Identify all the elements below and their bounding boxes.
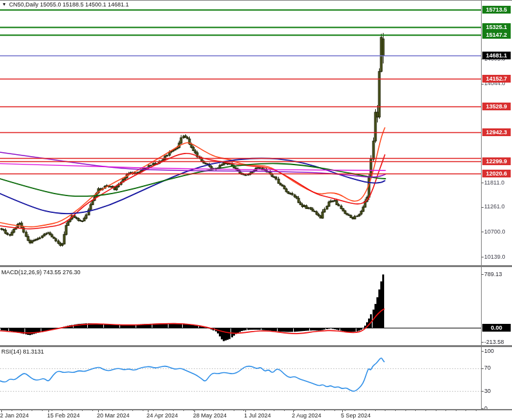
price-badge: 15713.5	[482, 6, 511, 14]
price-axis-border	[481, 0, 482, 410]
symbol-dropdown-icon[interactable]: ▼	[2, 2, 6, 6]
symbol-timeframe-label: CN50,Daily	[9, 1, 39, 8]
date-label: 2 Jan 2024	[0, 412, 29, 419]
date-label: 28 May 2024	[193, 412, 227, 419]
x-axis-line	[0, 409, 512, 410]
ohlc-values: 15055.0 15188.5 14500.1 14681.1	[40, 1, 129, 8]
date-label: 15 Feb 2024	[47, 412, 80, 419]
price-badge: 13528.9	[482, 103, 511, 110]
macd-zero-badge: 0.00	[482, 324, 511, 332]
top-border	[0, 0, 512, 1]
macd-indicator-chart[interactable]	[0, 267, 481, 345]
price-badge: 12020.6	[482, 170, 511, 177]
macd-rsi-separator[interactable]	[0, 345, 512, 347]
date-label: 5 Sep 2024	[341, 412, 371, 419]
rsi-axis-label: 100	[484, 348, 494, 355]
date-label: 1 Jul 2024	[244, 412, 271, 419]
price-axis-label: 11261.0	[484, 203, 505, 210]
main-macd-separator[interactable]	[0, 265, 512, 267]
main-price-chart[interactable]	[0, 0, 481, 265]
price-badge: 14681.1	[482, 52, 511, 59]
price-badge: 12299.9	[482, 157, 511, 165]
rsi-label: RSI(14) 81.3131	[1, 348, 44, 355]
price-axis-label: 11811.0	[484, 179, 504, 186]
price-badge: 14152.7	[482, 75, 511, 83]
price-axis-label: 10139.0	[484, 254, 506, 261]
macd-label: MACD(12,26,9) 743.55 276.30	[1, 269, 81, 275]
macd-axis-label: 789.13	[484, 271, 502, 278]
price-badge: 12942.3	[482, 128, 511, 136]
price-badge: 15147.2	[482, 31, 511, 39]
rsi-indicator-chart[interactable]	[0, 347, 481, 409]
date-label: 20 Mar 2024	[97, 412, 130, 419]
price-axis-label: 10700.0	[484, 228, 506, 235]
price-badge: 15325.1	[482, 23, 511, 31]
rsi-axis-label: 30	[484, 388, 491, 395]
rsi-axis-label: 70	[484, 365, 491, 372]
date-label: 2 Aug 2024	[292, 412, 322, 419]
rsi-axis-label: 0	[484, 405, 487, 412]
trading-chart-window: ▼CN50,Daily 15055.0 15188.5 14500.1 1468…	[0, 0, 512, 420]
date-label: 24 Apr 2024	[147, 412, 178, 419]
chart-title: ▼CN50,Daily 15055.0 15188.5 14500.1 1468…	[2, 1, 129, 8]
